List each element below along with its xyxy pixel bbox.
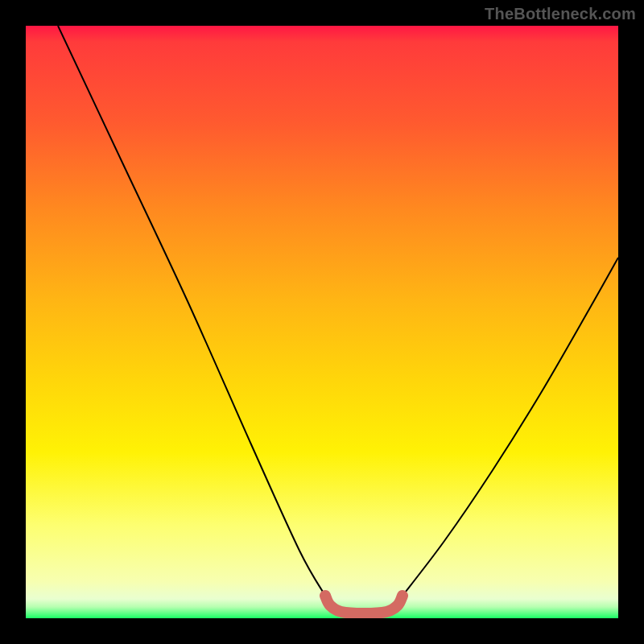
gradient-band	[26, 122, 618, 211]
gradient-band	[26, 525, 618, 581]
watermark-text: TheBottleneck.com	[485, 5, 636, 23]
gradient-band	[26, 299, 618, 380]
chart-svg	[26, 26, 618, 618]
gradient-band	[26, 607, 618, 618]
gradient-band	[26, 26, 618, 42]
gradient-band	[26, 211, 618, 299]
gradient-band	[26, 380, 618, 452]
plot-area	[26, 26, 618, 618]
gradient-band	[26, 452, 618, 525]
gradient-band	[26, 42, 618, 122]
chart-root: TheBottleneck.com	[0, 0, 644, 644]
